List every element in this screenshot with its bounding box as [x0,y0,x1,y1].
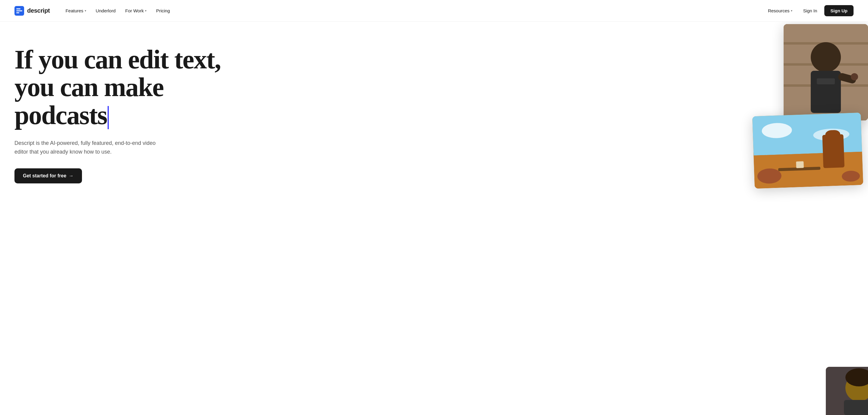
svg-point-9 [811,42,841,72]
svg-rect-14 [752,113,862,155]
signin-button[interactable]: Sign In [798,6,822,16]
nav-link-features[interactable]: Features ▾ [62,6,90,16]
svg-rect-4 [784,24,868,120]
svg-rect-1 [16,8,21,9]
chevron-down-icon: ▾ [145,9,147,12]
cursor-bar [107,106,109,129]
nav-right: Resources ▾ Sign In Sign Up [764,5,854,16]
svg-rect-5 [784,24,868,120]
hero-images [711,22,868,415]
hero-headline: If you can edit text, you can make podca… [14,46,225,129]
nav-link-pricing[interactable]: Pricing [153,6,174,16]
person-image [784,24,868,120]
svg-rect-12 [838,72,857,84]
svg-rect-27 [844,400,868,415]
nav-left: descript Features ▾ Underlord For Work ▾… [14,6,174,16]
svg-rect-3 [16,12,19,13]
nav-links: Features ▾ Underlord For Work ▾ Pricing [62,6,173,16]
svg-rect-11 [817,78,835,84]
person-image-2 [826,367,868,415]
hero-image-card-1 [784,24,868,120]
svg-rect-22 [778,167,820,171]
svg-rect-23 [796,162,804,168]
svg-rect-7 [784,63,868,66]
svg-point-20 [757,168,782,184]
svg-point-26 [845,368,868,386]
svg-point-13 [851,73,858,80]
svg-rect-18 [822,134,844,168]
navbar: descript Features ▾ Underlord For Work ▾… [0,0,868,22]
hero-subtitle: Descript is the AI-powered, fully featur… [14,139,165,156]
svg-point-21 [841,170,860,182]
chevron-down-icon: ▾ [85,9,86,12]
svg-point-25 [845,374,868,402]
svg-rect-19 [825,130,841,139]
nav-link-resources[interactable]: Resources ▾ [764,6,796,16]
svg-rect-6 [784,42,868,44]
landscape-image [752,113,863,188]
cta-button[interactable]: Get started for free → [14,168,82,183]
nav-link-underlord[interactable]: Underlord [92,6,119,16]
svg-rect-17 [753,152,863,188]
hero-section: If you can edit text, you can make podca… [0,22,868,415]
svg-rect-2 [16,10,22,11]
signup-button[interactable]: Sign Up [824,5,854,16]
svg-point-15 [762,123,792,139]
nav-link-for-work[interactable]: For Work ▾ [121,6,150,16]
hero-image-card-3 [826,367,868,415]
logo-text: descript [27,7,50,14]
svg-rect-24 [826,367,868,415]
descript-logo-icon [14,6,24,16]
logo[interactable]: descript [14,6,50,16]
arrow-icon: → [69,173,73,179]
chevron-down-icon: ▾ [791,9,792,12]
svg-rect-10 [811,71,841,113]
svg-point-16 [813,128,849,141]
hero-image-card-2 [752,113,863,188]
hero-content: If you can edit text, you can make podca… [14,46,225,183]
svg-rect-8 [784,84,868,87]
